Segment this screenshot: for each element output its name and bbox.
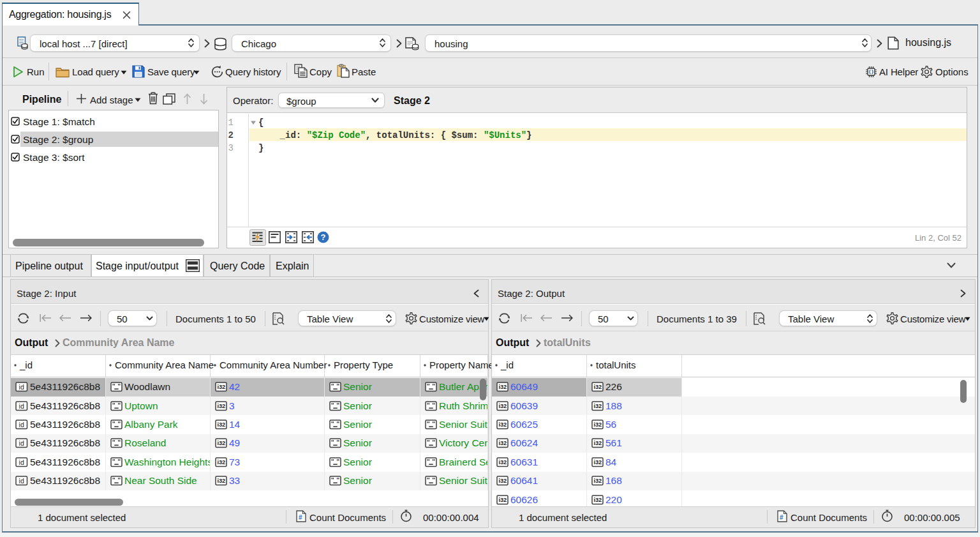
svg-text:i32: i32: [217, 441, 225, 447]
svg-text:id: id: [19, 439, 24, 447]
svg-text:i32: i32: [217, 384, 225, 390]
svg-text:i32: i32: [498, 459, 507, 465]
svg-text:i32: i32: [217, 478, 225, 484]
svg-text:#: #: [780, 514, 783, 521]
svg-text:id: id: [19, 458, 24, 466]
svg-text:id: id: [19, 383, 24, 391]
svg-text:i32: i32: [593, 403, 602, 409]
svg-text:i32: i32: [593, 459, 602, 465]
svg-text:i32: i32: [498, 497, 507, 503]
svg-text:i32: i32: [593, 421, 602, 428]
svg-text:i32: i32: [593, 478, 602, 484]
svg-text:i32: i32: [498, 384, 507, 390]
svg-text:id: id: [19, 402, 24, 409]
svg-text:i32: i32: [498, 441, 507, 447]
svg-text:i32: i32: [498, 421, 507, 428]
svg-text:i32: i32: [593, 497, 602, 503]
svg-text:i32: i32: [217, 403, 225, 409]
svg-text:i32: i32: [498, 478, 507, 484]
svg-text:i32: i32: [593, 441, 602, 447]
svg-text:i32: i32: [217, 421, 225, 428]
svg-text:#: #: [299, 514, 302, 521]
svg-text:i32: i32: [593, 384, 602, 390]
svg-text:i32: i32: [498, 403, 507, 409]
svg-text:id: id: [19, 421, 24, 428]
svg-text:?: ?: [321, 232, 326, 242]
svg-text:id: id: [19, 477, 24, 485]
svg-text:i32: i32: [217, 459, 225, 465]
